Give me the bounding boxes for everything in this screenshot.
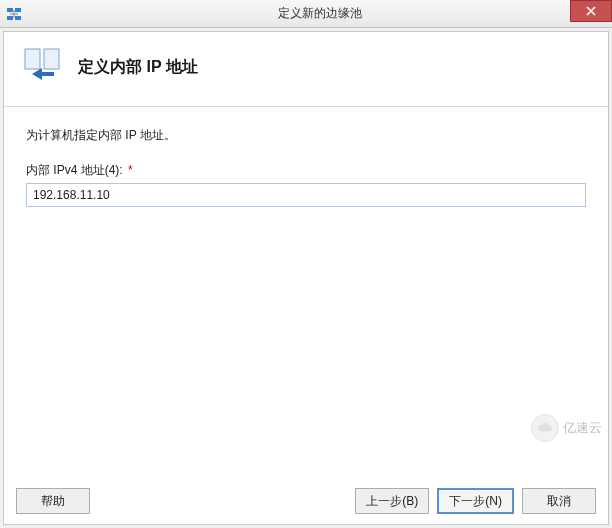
wizard-body: 定义内部 IP 地址 为计算机指定内部 IP 地址。 内部 IPv4 地址(4)… (3, 31, 609, 525)
ipv4-input[interactable] (26, 183, 586, 207)
svg-rect-3 (15, 16, 21, 20)
ipv4-label-text: 内部 IPv4 地址(4): (26, 163, 123, 177)
svg-rect-2 (7, 16, 13, 20)
next-button[interactable]: 下一步(N) (437, 488, 514, 514)
help-button[interactable]: 帮助 (16, 488, 90, 514)
wizard-footer: 帮助 上一步(B) 下一步(N) 取消 (4, 478, 608, 524)
form-area: 为计算机指定内部 IP 地址。 内部 IPv4 地址(4): * (4, 107, 608, 478)
close-button[interactable] (570, 0, 612, 22)
app-icon (6, 6, 22, 22)
back-button[interactable]: 上一步(B) (355, 488, 429, 514)
svg-rect-8 (25, 49, 40, 69)
wizard-header: 定义内部 IP 地址 (4, 32, 608, 107)
wizard-header-icon (22, 46, 64, 88)
close-icon (586, 4, 596, 19)
required-indicator: * (128, 163, 133, 177)
wizard-title: 定义内部 IP 地址 (78, 57, 198, 78)
title-bar: 定义新的边缘池 (0, 0, 612, 28)
window-title: 定义新的边缘池 (28, 5, 612, 22)
ipv4-label: 内部 IPv4 地址(4): * (26, 162, 586, 179)
svg-rect-9 (44, 49, 59, 69)
form-instruction: 为计算机指定内部 IP 地址。 (26, 127, 586, 144)
cancel-button[interactable]: 取消 (522, 488, 596, 514)
svg-rect-1 (15, 8, 21, 12)
svg-rect-0 (7, 8, 13, 12)
